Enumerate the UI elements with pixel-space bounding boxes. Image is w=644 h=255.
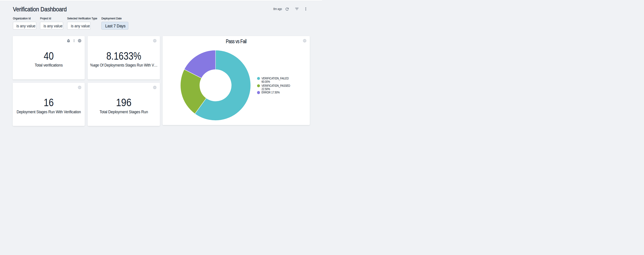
tile-content: 16 Deployment Stages Run With Verificati… <box>8 97 89 115</box>
tile-value: 8.1633% <box>83 50 164 61</box>
more-menu-icon[interactable] <box>304 7 308 11</box>
filter-deployment-date: Deployment Date Last 7 Days <box>102 17 128 30</box>
tile-icons <box>65 39 82 43</box>
legend-dot <box>257 77 260 80</box>
globe-icon[interactable] <box>153 39 157 43</box>
legend-label: VERIFICATION_FAILED60.00% <box>262 77 295 83</box>
filter-value-button[interactable]: Last 7 Days <box>102 22 128 30</box>
legend-dot <box>257 84 260 87</box>
filter-project-id: Project Id is any value <box>40 17 63 30</box>
legend-item[interactable]: VERIFICATION_PASSED22.50% <box>257 84 296 91</box>
filter-organization-id: Organization Id is any value <box>13 17 36 30</box>
tile-content: 40 Total verifications <box>8 50 89 68</box>
legend-dot <box>257 91 260 94</box>
tile-label: Deployment Stages Run With Verification <box>8 109 89 114</box>
tile-total-verifications: 40 Total verifications <box>13 36 85 79</box>
filter-label: Deployment Date <box>102 17 128 20</box>
filter-label: Project Id <box>40 17 63 20</box>
tile-icons <box>151 39 157 43</box>
tile-content: 8.1633% %age Of Deployments Stages Run W… <box>83 50 164 68</box>
filter-verification-type: Selected Verification Type is any value <box>67 17 100 30</box>
filter-label: Selected Verification Type <box>67 17 100 20</box>
legend-label: ERROR 17.50% <box>262 91 284 94</box>
tile-value: 40 <box>8 50 89 61</box>
add-alert-icon[interactable] <box>66 39 70 43</box>
filter-label: Organization Id <box>13 17 36 20</box>
legend-item[interactable]: VERIFICATION_FAILED60.00% <box>257 77 295 83</box>
tile-value: 196 <box>83 97 164 108</box>
tile-pct-deployments: 8.1633% %age Of Deployments Stages Run W… <box>88 36 160 79</box>
filter-icon[interactable] <box>295 7 299 11</box>
globe-icon[interactable] <box>153 85 157 89</box>
legend-item[interactable]: ERROR 17.50% <box>257 91 284 94</box>
tile-label: Total Deployment Stages Run <box>83 109 164 114</box>
filter-value-button[interactable]: is any value <box>13 22 36 30</box>
tile-value: 16 <box>8 97 89 108</box>
tile-total-stages-run: 196 Total Deployment Stages Run <box>88 83 160 126</box>
page-title: Verification Dashboard <box>13 5 76 13</box>
filter-value-button[interactable]: is any value <box>40 22 63 30</box>
filter-value-button[interactable]: is any value <box>67 22 90 30</box>
tile-content: 196 Total Deployment Stages Run <box>83 97 164 115</box>
refresh-icon[interactable] <box>285 7 289 11</box>
last-updated-text: 8m ago <box>271 7 282 11</box>
tile-icons <box>151 85 157 89</box>
globe-icon[interactable] <box>78 39 82 43</box>
tile-icons <box>76 85 82 89</box>
tile-stages-with-verification: 16 Deployment Stages Run With Verificati… <box>13 83 85 126</box>
verification-dashboard: Verification Dashboard 8m ago Organizati… <box>0 0 322 127</box>
legend-label: VERIFICATION_PASSED22.50% <box>262 84 296 91</box>
tile-label: %age Of Deployments Stages Run With V… <box>83 62 164 68</box>
tile-more-icon[interactable] <box>72 39 76 43</box>
top-border-strip <box>0 0 322 1</box>
globe-icon[interactable] <box>78 85 82 89</box>
tile-label: Total verifications <box>8 62 89 68</box>
